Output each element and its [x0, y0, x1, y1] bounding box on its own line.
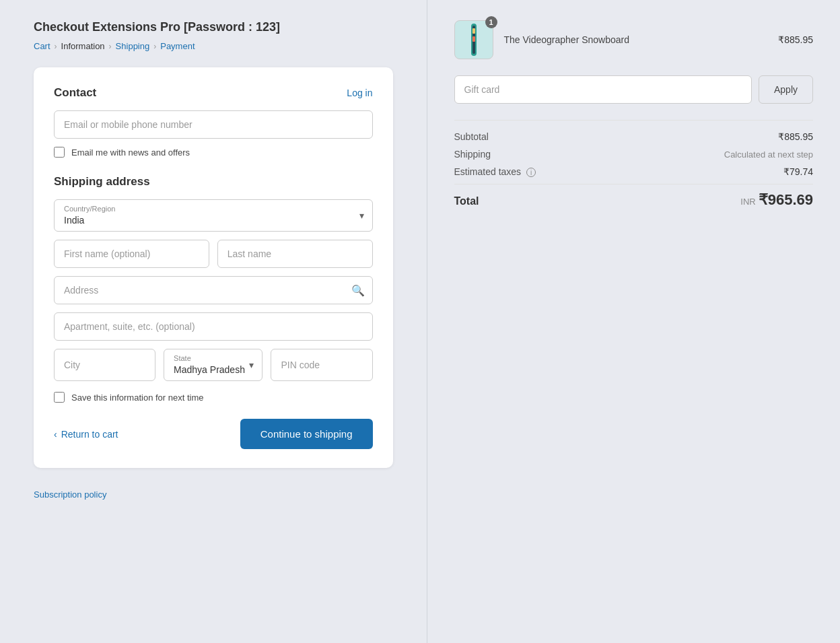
- taxes-info-icon[interactable]: i: [526, 168, 536, 177]
- address-group: 🔍: [54, 276, 373, 304]
- subtotal-label: Subtotal: [454, 131, 489, 142]
- subtotal-value: ₹885.95: [778, 131, 813, 142]
- checkout-card: Contact Log in Email me with news and of…: [34, 67, 393, 468]
- breadcrumb-sep-1: ›: [55, 42, 57, 51]
- breadcrumb-sep-3: ›: [153, 42, 156, 51]
- order-summary: Subtotal ₹885.95 Shipping Calculated at …: [454, 120, 814, 209]
- footer: Subscription policy: [34, 488, 393, 500]
- apartment-group: [54, 312, 373, 341]
- order-summary-panel: 1 The Videographer Snowboard ₹885.95 App…: [427, 0, 841, 643]
- city-state-row: State Madhya Pradesh ▾: [54, 349, 373, 381]
- email-input[interactable]: [54, 110, 373, 139]
- country-select-wrapper[interactable]: Country/Region India ▾: [54, 199, 373, 232]
- continue-to-shipping-button[interactable]: Continue to shipping: [240, 419, 373, 449]
- shipping-row: Shipping Calculated at next step: [454, 149, 814, 160]
- taxes-row: Estimated taxes i ₹79.74: [454, 166, 814, 177]
- contact-header: Contact Log in: [54, 86, 373, 100]
- email-newsletter-label: Email me with news and offers: [71, 147, 190, 158]
- action-row: ‹ Return to cart Continue to shipping: [54, 419, 373, 449]
- breadcrumb-shipping[interactable]: Shipping: [116, 41, 150, 51]
- country-select[interactable]: India: [55, 200, 372, 231]
- shipping-title: Shipping address: [54, 175, 373, 189]
- state-select-wrapper[interactable]: State Madhya Pradesh ▾: [164, 349, 262, 381]
- svg-rect-3: [473, 36, 475, 42]
- breadcrumb-information: Information: [61, 41, 105, 51]
- product-image-wrapper: 1: [454, 20, 493, 59]
- save-info-row: Save this information for next time: [54, 392, 373, 403]
- breadcrumb-payment[interactable]: Payment: [160, 41, 195, 51]
- return-to-cart-link[interactable]: ‹ Return to cart: [54, 429, 118, 440]
- country-group: Country/Region India ▾: [54, 199, 373, 232]
- address-input[interactable]: [54, 276, 373, 304]
- log-in-link[interactable]: Log in: [347, 88, 372, 98]
- taxes-value: ₹79.74: [783, 166, 813, 177]
- chevron-left-icon: ‹: [54, 429, 57, 440]
- product-badge: 1: [485, 16, 497, 28]
- subtotal-row: Subtotal ₹885.95: [454, 131, 814, 142]
- subscription-policy-link[interactable]: Subscription policy: [34, 489, 106, 500]
- email-newsletter-row: Email me with news and offers: [54, 147, 373, 158]
- product-row: 1 The Videographer Snowboard ₹885.95: [454, 20, 814, 59]
- last-name-input[interactable]: [217, 240, 373, 268]
- total-amount: ₹965.69: [759, 191, 813, 208]
- gift-card-row: Apply: [454, 75, 814, 104]
- city-input[interactable]: [54, 349, 155, 381]
- store-title: Checkout Extensions Pro [Password : 123]: [34, 20, 393, 34]
- breadcrumb-cart[interactable]: Cart: [34, 41, 50, 51]
- shipping-label: Shipping: [454, 149, 491, 160]
- save-info-checkbox[interactable]: [54, 392, 65, 403]
- email-group: [54, 110, 373, 139]
- svg-rect-2: [473, 28, 475, 34]
- product-price: ₹885.95: [778, 34, 813, 45]
- pin-input[interactable]: [271, 349, 372, 381]
- breadcrumb: Cart › Information › Shipping › Payment: [34, 41, 393, 51]
- shipping-value: Calculated at next step: [724, 149, 813, 160]
- return-to-cart-label: Return to cart: [61, 429, 118, 440]
- first-name-input[interactable]: [54, 240, 209, 268]
- total-currency: INR: [740, 197, 755, 207]
- contact-title: Contact: [54, 86, 96, 100]
- taxes-label: Estimated taxes i: [454, 166, 536, 177]
- gift-card-input[interactable]: [454, 75, 752, 104]
- breadcrumb-sep-2: ›: [109, 42, 112, 51]
- total-value: INR₹965.69: [740, 191, 813, 209]
- state-select[interactable]: Madhya Pradesh: [164, 349, 262, 380]
- product-name: The Videographer Snowboard: [504, 34, 768, 45]
- apartment-input[interactable]: [54, 312, 373, 341]
- save-info-label: Save this information for next time: [71, 393, 204, 403]
- email-newsletter-checkbox[interactable]: [54, 147, 65, 158]
- snowboard-svg: [464, 22, 484, 58]
- total-label: Total: [454, 195, 479, 207]
- name-row: [54, 240, 373, 268]
- total-row: Total INR₹965.69: [454, 184, 814, 209]
- apply-button[interactable]: Apply: [759, 75, 813, 104]
- taxes-label-text: Estimated taxes: [454, 166, 522, 177]
